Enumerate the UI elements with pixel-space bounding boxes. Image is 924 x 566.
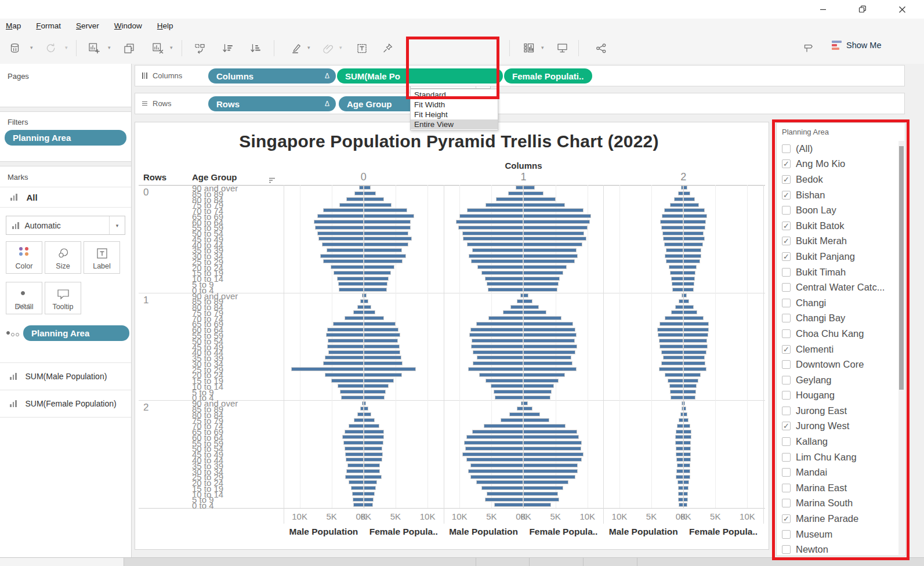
- female-bar[interactable]: [523, 299, 532, 303]
- checkbox-checked-icon[interactable]: ✓: [782, 252, 791, 261]
- female-bar[interactable]: [683, 441, 691, 445]
- male-bar[interactable]: [508, 191, 523, 195]
- female-bar[interactable]: [523, 203, 565, 207]
- female-bar[interactable]: [683, 447, 691, 451]
- maximize-button[interactable]: [843, 0, 882, 19]
- show-hide-cards-icon[interactable]: [521, 41, 537, 56]
- female-bar[interactable]: [523, 435, 579, 439]
- fit-option-standard[interactable]: Standard: [411, 90, 498, 100]
- menu-format[interactable]: Format: [35, 20, 61, 31]
- male-bar[interactable]: [666, 259, 683, 263]
- male-bar[interactable]: [352, 492, 364, 496]
- female-bar[interactable]: [364, 441, 383, 445]
- female-bar[interactable]: [523, 248, 577, 252]
- male-bar[interactable]: [661, 350, 684, 354]
- filter-item[interactable]: Choa Chu Kang: [777, 326, 898, 342]
- fit-option-fit-width[interactable]: Fit Width: [411, 100, 498, 110]
- female-bar[interactable]: [683, 435, 691, 439]
- male-bar[interactable]: [470, 463, 524, 467]
- male-bar[interactable]: [676, 469, 683, 473]
- checkbox-checked-icon[interactable]: ✓: [782, 345, 791, 354]
- checkbox-checked-icon[interactable]: ✓: [782, 514, 791, 523]
- female-bar[interactable]: [364, 498, 374, 502]
- checkbox-icon[interactable]: [782, 499, 791, 507]
- female-bar[interactable]: [523, 186, 535, 190]
- female-bar[interactable]: [364, 458, 382, 462]
- male-bar[interactable]: [488, 316, 524, 320]
- female-bar[interactable]: [364, 452, 383, 456]
- filter-item[interactable]: Geylang: [777, 372, 898, 388]
- female-bar[interactable]: [683, 384, 697, 388]
- male-bar[interactable]: [334, 271, 364, 275]
- male-bar[interactable]: [669, 265, 683, 269]
- data-source-icon[interactable]: [7, 41, 23, 56]
- menu-window[interactable]: Window: [114, 20, 143, 31]
- female-bar[interactable]: [364, 203, 392, 207]
- checkbox-icon[interactable]: [782, 391, 791, 400]
- female-bar[interactable]: [364, 503, 374, 507]
- female-bar[interactable]: [364, 282, 387, 286]
- female-bar[interactable]: [364, 355, 401, 360]
- female-bar[interactable]: [364, 254, 406, 258]
- scrollbar-thumb[interactable]: [899, 146, 904, 390]
- female-bar[interactable]: [523, 259, 574, 263]
- male-bar[interactable]: [346, 197, 364, 201]
- female-bar[interactable]: [683, 242, 703, 246]
- male-bar[interactable]: [327, 328, 364, 332]
- male-bar[interactable]: [675, 441, 683, 445]
- male-bar[interactable]: [345, 430, 364, 434]
- female-bar[interactable]: [523, 373, 565, 377]
- male-bar[interactable]: [467, 242, 523, 246]
- female-bar[interactable]: [364, 328, 399, 332]
- male-bar[interactable]: [339, 288, 364, 292]
- menu-server[interactable]: Server: [75, 20, 100, 31]
- fix-axes-icon[interactable]: [379, 41, 396, 56]
- male-bar[interactable]: [322, 242, 364, 246]
- female-bar[interactable]: [523, 458, 581, 462]
- male-bar[interactable]: [660, 344, 683, 349]
- female-bar[interactable]: [364, 226, 411, 230]
- male-bar[interactable]: [315, 226, 364, 230]
- measure-row-female[interactable]: SUM(Female Population): [0, 390, 131, 417]
- male-bar[interactable]: [345, 447, 364, 451]
- male-bar[interactable]: [472, 430, 523, 434]
- male-bar[interactable]: [496, 197, 523, 201]
- male-bar[interactable]: [485, 379, 523, 383]
- female-bar[interactable]: [683, 373, 701, 377]
- filter-item[interactable]: Jurong East: [777, 403, 898, 419]
- filter-item[interactable]: (All): [777, 141, 898, 157]
- female-bar[interactable]: [523, 384, 554, 388]
- checkbox-icon[interactable]: [782, 437, 791, 446]
- female-bar[interactable]: [683, 310, 697, 314]
- female-bar[interactable]: [523, 220, 590, 224]
- male-bar[interactable]: [484, 424, 523, 428]
- clear-sheet-caret-icon[interactable]: ▾: [170, 45, 173, 50]
- male-bar[interactable]: [481, 486, 524, 490]
- male-bar[interactable]: [343, 441, 364, 445]
- group-members-caret-icon[interactable]: ▾: [339, 45, 342, 50]
- presentation-mode-icon[interactable]: [555, 41, 571, 56]
- male-bar[interactable]: [661, 361, 684, 365]
- male-bar[interactable]: [471, 259, 523, 263]
- refresh-caret-icon[interactable]: ▾: [65, 45, 68, 50]
- filter-item[interactable]: Changi: [777, 295, 898, 311]
- male-bar[interactable]: [351, 486, 364, 490]
- male-bar[interactable]: [468, 367, 524, 371]
- male-bar[interactable]: [517, 299, 523, 303]
- clear-sheet-icon[interactable]: [150, 41, 166, 56]
- female-bar[interactable]: [523, 367, 577, 371]
- female-bar[interactable]: [523, 339, 574, 343]
- filter-item[interactable]: ✓Bukit Panjang: [777, 249, 898, 264]
- female-bar[interactable]: [683, 265, 697, 269]
- refresh-icon[interactable]: [43, 41, 59, 56]
- data-source-caret-icon[interactable]: ▾: [30, 45, 33, 50]
- filter-item[interactable]: ✓Marine Parade: [777, 511, 898, 527]
- male-bar[interactable]: [291, 367, 364, 371]
- female-bar[interactable]: [364, 310, 375, 314]
- filter-item[interactable]: Central Water Catc...: [777, 280, 898, 295]
- female-bar[interactable]: [364, 339, 398, 343]
- female-bar[interactable]: [364, 480, 377, 484]
- female-bar[interactable]: [683, 254, 701, 258]
- male-bar[interactable]: [672, 282, 683, 286]
- female-bar[interactable]: [364, 407, 368, 411]
